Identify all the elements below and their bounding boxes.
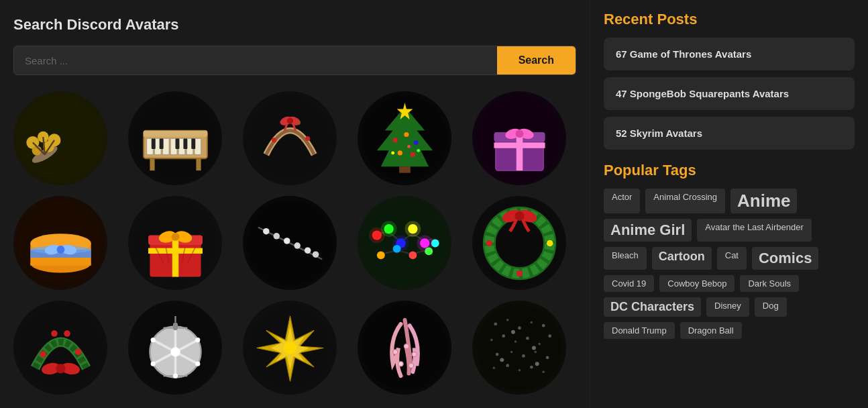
- tag-covid19[interactable]: Covid 19: [604, 275, 654, 292]
- avatar-item[interactable]: [128, 196, 222, 290]
- svg-point-148: [492, 366, 495, 369]
- svg-point-100: [516, 270, 523, 276]
- svg-point-149: [506, 364, 509, 367]
- svg-point-153: [511, 329, 515, 334]
- avatar-item[interactable]: [128, 301, 222, 395]
- svg-point-138: [502, 334, 505, 338]
- svg-point-108: [56, 364, 65, 373]
- tag-bleach[interactable]: Bleach: [604, 247, 647, 270]
- avatar-item[interactable]: [358, 196, 451, 290]
- search-button[interactable]: Search: [497, 46, 576, 74]
- svg-point-104: [64, 330, 70, 337]
- svg-rect-13: [162, 138, 169, 154]
- avatar-item[interactable]: [472, 91, 566, 185]
- svg-point-118: [195, 361, 200, 366]
- svg-rect-63: [172, 235, 178, 276]
- svg-point-142: [548, 334, 551, 338]
- recent-post-item[interactable]: 47 SpongeBob Squarepants Avatars: [604, 77, 855, 110]
- tag-cowboy-bebop[interactable]: Cowboy Bebop: [659, 275, 735, 292]
- avatar-item[interactable]: [358, 91, 451, 185]
- svg-point-150: [518, 369, 521, 372]
- avatar-item[interactable]: [13, 196, 107, 290]
- svg-point-135: [530, 321, 533, 323]
- svg-point-119: [150, 361, 155, 366]
- svg-point-121: [170, 347, 180, 356]
- tag-dc-characters[interactable]: DC Characters: [604, 297, 701, 317]
- svg-point-136: [541, 323, 545, 327]
- svg-point-73: [263, 227, 270, 234]
- svg-point-143: [495, 352, 498, 356]
- svg-point-38: [404, 132, 409, 136]
- tag-comics[interactable]: Comics: [752, 247, 818, 270]
- tag-donald-trump[interactable]: Donald Trump: [604, 322, 675, 339]
- svg-point-67: [171, 233, 179, 241]
- recent-post-item[interactable]: 52 Skyrim Avatars: [604, 117, 855, 150]
- svg-point-156: [535, 362, 539, 366]
- svg-point-137: [490, 338, 493, 341]
- svg-rect-35: [399, 166, 411, 173]
- tag-actor[interactable]: Actor: [604, 189, 640, 213]
- tag-cat[interactable]: Cat: [717, 247, 747, 270]
- avatar-item[interactable]: [13, 91, 107, 185]
- svg-point-60: [56, 246, 64, 254]
- search-bar: Search: [13, 46, 576, 75]
- avatar-item[interactable]: [243, 301, 337, 395]
- svg-point-103: [51, 330, 58, 337]
- svg-point-43: [407, 145, 411, 148]
- svg-point-139: [514, 340, 517, 343]
- svg-point-155: [500, 358, 504, 362]
- svg-rect-49: [494, 142, 545, 148]
- tag-anime[interactable]: Anime: [730, 189, 797, 213]
- right-panel: Recent Posts 67 Game of Thrones Avatars …: [590, 0, 868, 408]
- avatar-item[interactable]: [472, 301, 566, 395]
- avatar-grid: [13, 91, 576, 395]
- avatar-item[interactable]: [472, 196, 566, 290]
- svg-point-39: [413, 140, 418, 144]
- avatar-item[interactable]: [13, 301, 107, 395]
- svg-rect-21: [183, 138, 187, 148]
- svg-point-140: [526, 336, 529, 340]
- svg-point-75: [283, 238, 290, 244]
- svg-point-133: [506, 319, 508, 321]
- tag-dragon-ball[interactable]: Dragon Ball: [680, 322, 742, 339]
- avatar-item[interactable]: [128, 91, 222, 185]
- svg-point-146: [534, 350, 537, 353]
- svg-rect-19: [159, 138, 163, 148]
- svg-point-44: [417, 148, 420, 152]
- svg-rect-18: [151, 138, 155, 148]
- svg-point-105: [74, 348, 81, 355]
- svg-point-134: [518, 326, 521, 329]
- search-input[interactable]: [14, 46, 497, 74]
- svg-point-93: [425, 247, 433, 255]
- svg-point-37: [392, 138, 397, 142]
- svg-point-28: [305, 136, 310, 140]
- svg-rect-23: [150, 158, 154, 170]
- svg-point-101: [546, 240, 553, 246]
- svg-point-102: [40, 351, 46, 358]
- tag-animal-crossing[interactable]: Animal Crossing: [645, 189, 725, 213]
- svg-rect-122: [172, 322, 177, 330]
- recent-post-item[interactable]: 67 Game of Thrones Avatars: [604, 38, 855, 70]
- tag-avatar-airbender[interactable]: Avatar the Last Airbender: [697, 219, 811, 242]
- svg-point-131: [409, 363, 413, 368]
- recent-posts-title: Recent Posts: [604, 11, 855, 28]
- tag-cartoon[interactable]: Cartoon: [652, 247, 712, 270]
- left-panel: Search Discord Avatars Search: [0, 0, 590, 408]
- avatar-item[interactable]: [358, 301, 451, 395]
- svg-point-130: [398, 361, 402, 366]
- tag-anime-girl[interactable]: Anime Girl: [604, 219, 692, 242]
- svg-point-99: [486, 240, 492, 246]
- avatar-item[interactable]: [243, 196, 337, 290]
- svg-rect-48: [516, 132, 523, 170]
- svg-point-147: [545, 356, 549, 359]
- tag-dog[interactable]: Dog: [755, 297, 787, 317]
- svg-point-88: [404, 221, 421, 237]
- svg-point-86: [380, 221, 396, 237]
- svg-point-92: [409, 251, 417, 259]
- tags-container: Actor Animal Crossing Anime Anime Girl A…: [604, 189, 855, 339]
- svg-point-77: [304, 247, 311, 254]
- avatar-item[interactable]: [243, 91, 337, 185]
- tag-disney[interactable]: Disney: [706, 297, 749, 317]
- svg-rect-20: [175, 138, 179, 148]
- tag-dark-souls[interactable]: Dark Souls: [740, 275, 799, 292]
